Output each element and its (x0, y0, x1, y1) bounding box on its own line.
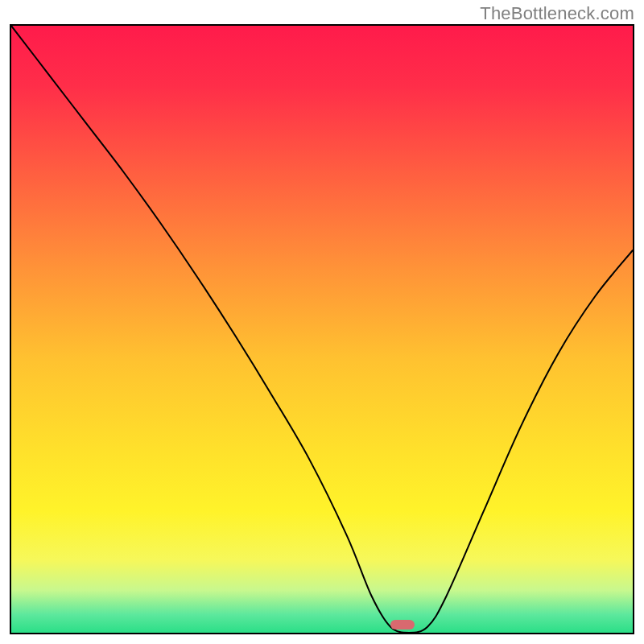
watermark-text: TheBottleneck.com (480, 3, 634, 24)
chart-curve (11, 26, 633, 633)
optimal-marker (390, 620, 415, 630)
chart-frame (10, 24, 634, 634)
